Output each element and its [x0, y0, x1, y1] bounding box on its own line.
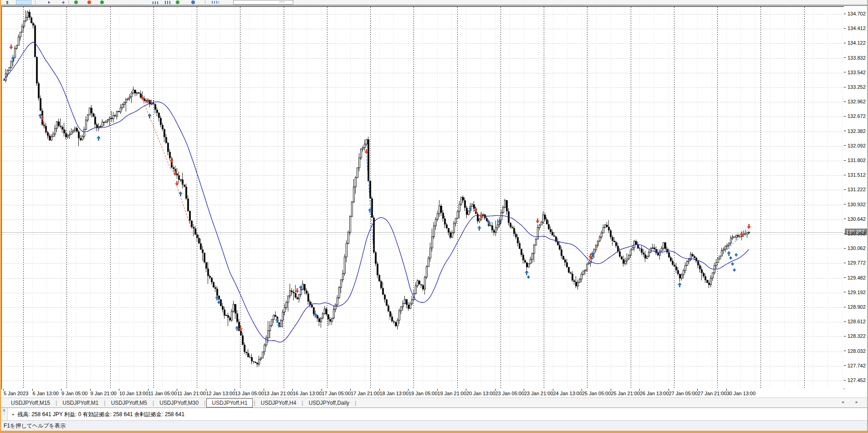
chart-canvas[interactable]	[2, 7, 843, 388]
separator	[68, 0, 69, 4]
candle-chart-icon[interactable]	[165, 1, 166, 4]
price-tick	[844, 57, 846, 58]
price-tick	[844, 219, 846, 219]
window-border-left	[0, 0, 1, 433]
time-label: 18 Jan 13:00	[380, 391, 409, 396]
price-tick	[844, 380, 846, 381]
separator	[205, 0, 205, 4]
blue-zoom-icon[interactable]	[191, 0, 195, 4]
time-label: 10 Jan 13:00	[119, 391, 148, 396]
tab-separator: |	[355, 400, 356, 406]
price-tick	[844, 336, 846, 336]
price-axis[interactable]: 130.387 134.702134.412134.122133.832133.…	[844, 6, 867, 388]
price-label: 134.412	[848, 25, 866, 31]
time-label: 17 Jan 05:00	[322, 391, 351, 396]
chart-tab-bar: USDJPYoff,M15|USDJPYoff,M1|USDJPYoff,M5|…	[1, 397, 867, 408]
price-label: 127.452	[848, 377, 866, 383]
chart-tab-h1[interactable]: USDJPYoff,H1	[206, 398, 253, 408]
price-tick	[844, 28, 846, 29]
time-label: 11 Jan 21:00	[177, 391, 206, 396]
status-text: F1を押してヘルプを表示	[4, 423, 66, 429]
time-label: 24 Jan 13:00	[553, 391, 582, 396]
price-label: 133.252	[848, 84, 866, 90]
bullet-icon: •	[12, 412, 14, 417]
time-label: 25 Jan 05:00	[582, 391, 611, 396]
tab-separator: |	[204, 400, 205, 406]
time-label: 27 Jan 21:00	[698, 391, 727, 396]
candle-chart-icon[interactable]	[167, 1, 168, 4]
price-label: 128.902	[848, 304, 866, 310]
price-tick	[844, 263, 846, 263]
indicator-grid-icon[interactable]	[212, 1, 219, 4]
price-tick	[844, 248, 846, 249]
selection-highlight	[16, 0, 31, 5]
price-label: 133.832	[848, 55, 866, 61]
price-label: 129.482	[848, 275, 866, 280]
time-label: 17 Jan 21:00	[351, 391, 380, 396]
chart-tab-h4[interactable]: USDJPYoff,H4	[255, 399, 302, 407]
tab-scroll-arrows[interactable]: ◄ ►	[841, 400, 863, 404]
price-tick	[844, 351, 846, 351]
time-label: 13 Jan 21:00	[264, 391, 293, 396]
time-label: 5 Jan 2023	[4, 391, 28, 396]
green-zoom-icon[interactable]	[176, 0, 179, 4]
price-tick	[844, 102, 846, 102]
terminal-panel: x ⁞ • 残高: 258 641 JPY 利益: 0 有効証拠金: 258 6…	[1, 408, 867, 421]
chart-tab-m15[interactable]: USDJPYoff,M15	[5, 399, 56, 407]
bar-chart-icon[interactable]	[155, 1, 156, 4]
price-tick	[844, 204, 846, 204]
cursor-icon[interactable]	[48, 1, 51, 4]
chart-tab-m5[interactable]: USDJPYoff,M5	[106, 399, 153, 407]
candle-chart-icon[interactable]	[169, 1, 170, 4]
mt4-window: 130.387 134.702134.412134.122133.832133.…	[0, 0, 868, 433]
price-label: 134.702	[848, 11, 866, 16]
green-circle-icon[interactable]	[100, 0, 104, 4]
price-label: 132.092	[848, 143, 866, 148]
price-tick	[844, 175, 846, 175]
price-tick	[844, 234, 846, 234]
price-tick	[844, 189, 846, 190]
red-circle-icon[interactable]	[87, 0, 91, 4]
time-label: 19 Jan 21:00	[438, 391, 467, 396]
price-label: 130.642	[848, 216, 866, 222]
chart-tab-daily[interactable]: USDJPYoff,Daily	[303, 399, 355, 407]
price-tick	[844, 72, 846, 72]
chart-plot-area[interactable]	[1, 6, 844, 389]
price-tick	[844, 145, 846, 146]
chart-tab-m1[interactable]: USDJPYoff,M1	[57, 399, 104, 407]
time-label: 23 Jan 05:00	[495, 391, 525, 396]
price-tick	[844, 131, 846, 131]
price-tick	[844, 277, 846, 278]
price-label: 129.772	[848, 260, 866, 265]
time-label: 25 Jan 21:00	[611, 391, 640, 396]
chart-tab-m30[interactable]: USDJPYoff,M30	[154, 399, 204, 407]
ellipsis-icon	[280, 1, 285, 2]
time-label: 20 Jan 13:00	[466, 391, 495, 396]
time-label: 6 Jan 13:00	[33, 391, 59, 396]
separator	[35, 0, 36, 4]
account-summary-row: • 残高: 258 641 JPY 利益: 0 有効証拠金: 258 641 余…	[8, 408, 184, 421]
green-circle-icon[interactable]	[74, 0, 78, 4]
crosshair-icon[interactable]	[62, 1, 65, 4]
price-tick	[844, 365, 846, 366]
price-tick	[844, 116, 846, 117]
price-label: 134.122	[848, 40, 866, 46]
window-border-bottom	[0, 431, 868, 433]
drag-handle-icon[interactable]: ⁞	[4, 413, 5, 415]
timeframe-combobox[interactable]	[233, 0, 293, 5]
time-axis[interactable]: 5 Jan 20236 Jan 13:009 Jan 05:009 Jan 21…	[2, 389, 844, 397]
time-label: 23 Jan 21:00	[524, 391, 553, 396]
bar-chart-icon[interactable]	[153, 1, 153, 4]
price-label: 128.322	[848, 333, 866, 339]
bar-chart-icon[interactable]	[157, 1, 158, 4]
price-label: 133.542	[848, 70, 866, 75]
price-label: 132.962	[848, 99, 866, 104]
green-sprout-icon[interactable]	[6, 1, 8, 4]
time-label: 12 Jan 13:00	[206, 391, 235, 396]
price-tick	[844, 292, 846, 292]
time-label: 9 Jan 21:00	[91, 391, 117, 396]
price-tick	[844, 87, 846, 87]
price-label: 130.352	[848, 231, 866, 236]
time-label: 30 Jan 13:00	[727, 391, 756, 396]
price-tick	[844, 14, 846, 14]
